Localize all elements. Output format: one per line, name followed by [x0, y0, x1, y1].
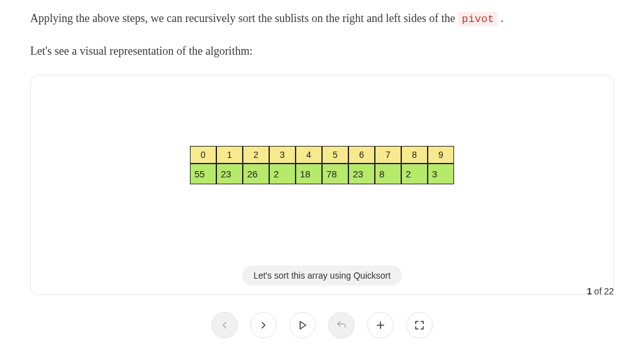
restart-button[interactable]	[328, 312, 355, 338]
play-button[interactable]	[289, 312, 316, 338]
value-cell: 18	[296, 164, 322, 184]
visualization-card: 0 1 2 3 4 5 6 7 8 9 55 23 26 2 18 78 23 …	[30, 75, 614, 295]
value-cell: 26	[243, 164, 269, 184]
value-cell: 3	[428, 164, 454, 184]
index-cell: 8	[401, 146, 428, 164]
value-cell: 55	[190, 164, 216, 184]
fullscreen-icon	[414, 320, 425, 331]
page-total: 22	[604, 286, 614, 296]
intro-paragraph-2: Let's see a visual representation of the…	[30, 43, 614, 60]
chevron-left-icon	[219, 320, 230, 331]
value-cell: 23	[348, 164, 375, 184]
previous-button[interactable]	[211, 312, 238, 338]
index-cell: 9	[428, 146, 454, 164]
svg-marker-0	[300, 321, 306, 329]
index-cell: 6	[348, 146, 375, 164]
chevron-right-icon	[258, 320, 269, 331]
index-row: 0 1 2 3 4 5 6 7 8 9	[190, 146, 454, 164]
index-cell: 2	[243, 146, 269, 164]
intro-text-prefix: Applying the above steps, we can recursi…	[30, 12, 458, 25]
fullscreen-button[interactable]	[406, 312, 433, 338]
index-cell: 1	[216, 146, 243, 164]
intro-paragraph-1: Applying the above steps, we can recursi…	[30, 10, 614, 28]
pivot-code: pivot	[458, 12, 497, 26]
value-cell: 8	[375, 164, 401, 184]
value-cell: 78	[322, 164, 348, 184]
index-cell: 7	[375, 146, 401, 164]
page-indicator: 1 of 22	[587, 286, 614, 296]
play-icon	[297, 320, 308, 331]
value-cell: 23	[216, 164, 243, 184]
plus-icon	[375, 320, 386, 331]
array-table: 0 1 2 3 4 5 6 7 8 9 55 23 26 2 18 78 23 …	[190, 146, 454, 184]
value-row: 55 23 26 2 18 78 23 8 2 3	[190, 164, 454, 184]
index-cell: 5	[322, 146, 348, 164]
next-button[interactable]	[250, 312, 277, 338]
intro-text-suffix: .	[497, 12, 503, 25]
index-cell: 3	[269, 146, 296, 164]
value-cell: 2	[269, 164, 296, 184]
index-cell: 0	[190, 146, 216, 164]
zoom-button[interactable]	[367, 312, 394, 338]
index-cell: 4	[296, 146, 322, 164]
page-current: 1	[587, 286, 592, 296]
undo-icon	[336, 320, 347, 331]
caption-pill: Let's sort this array using Quicksort	[242, 265, 402, 286]
page-of: of	[592, 286, 604, 296]
value-cell: 2	[401, 164, 428, 184]
controls-bar	[211, 312, 433, 338]
